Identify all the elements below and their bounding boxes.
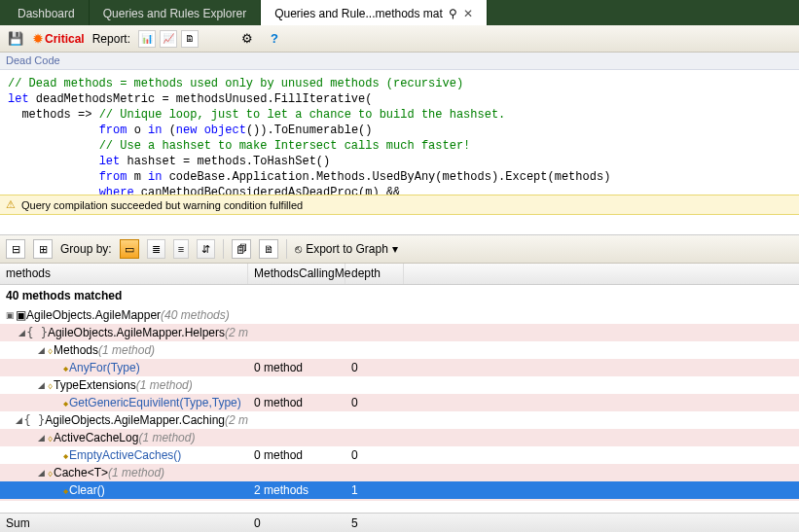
tab-queries-methods[interactable]: Queries and Rule...methods mat ⚲ ✕ (261, 0, 488, 25)
tree-label: Clear() (69, 483, 105, 497)
pin-icon[interactable]: ⚲ (449, 7, 457, 20)
ns-icon: ▣ (16, 308, 26, 322)
sum-depth: 5 (345, 516, 404, 530)
expander-icon[interactable]: ◢ (35, 433, 47, 443)
expand-all-button[interactable]: ⊞ (33, 239, 53, 259)
tree-row[interactable]: ⬥ AnyFor(Type)0 method0 (0, 359, 799, 376)
tree-note: (1 method) (136, 378, 193, 392)
group-mode-1[interactable]: ▭ (120, 239, 139, 259)
section-header: Dead Code (0, 53, 799, 70)
cell-calling: 0 method (248, 448, 345, 462)
code-editor[interactable]: // Dead methods = methods used only by u… (0, 70, 799, 195)
tree-note: (1 method) (108, 466, 164, 479)
report-doc-icon[interactable]: 🗎 (181, 30, 199, 48)
tab-dashboard[interactable]: Dashboard (4, 0, 90, 25)
critical-button[interactable]: ✹ Critical (33, 32, 85, 46)
prop-icon: ⬨ (47, 431, 54, 444)
doc-button[interactable]: 🗎 (259, 239, 278, 259)
tree-row[interactable]: ◢{ } AgileObjects.AgileMapper.Caching (2… (0, 411, 799, 429)
meth-icon: ⬥ (62, 483, 69, 497)
tree-label: Methods (54, 343, 98, 357)
tree-row[interactable]: ⬥ Clear()2 methods1 (0, 481, 799, 499)
chevron-down-icon: ▾ (392, 242, 398, 256)
tree-label: GetGenericEquivilent(Type,Type) (69, 396, 241, 409)
prop-icon: ⬨ (47, 466, 54, 479)
export-label: Export to Graph (306, 242, 388, 256)
results-tree[interactable]: ▣▣ AgileObjects.AgileMapper (40 methods)… (0, 306, 799, 501)
footer-sum: Sum 0 5 (0, 513, 799, 532)
results-toolbar: ⊟ ⊞ Group by: ▭ ≣ ≡ ⇵ 🗐 🗎 ⎋ Export to Gr… (0, 234, 799, 264)
close-icon[interactable]: ✕ (463, 7, 473, 20)
graph-icon: ⎋ (295, 242, 302, 256)
cell-calling: 0 method (248, 361, 345, 374)
tree-label: Cache<T> (54, 466, 108, 479)
warning-bar: ⚠ Query compilation succeeded but warnin… (0, 195, 799, 215)
report-bars-icon[interactable]: 📈 (160, 30, 177, 48)
expander-icon[interactable]: ◢ (35, 380, 47, 390)
separator (223, 239, 224, 259)
separator (286, 239, 287, 259)
tree-label: ActiveCacheLog (54, 431, 138, 444)
tree-label: AgileObjects.AgileMapper (26, 308, 161, 322)
meth-icon: ⬥ (62, 448, 69, 462)
tab-bar: Dashboard Queries and Rules Explorer Que… (0, 0, 799, 25)
tree-note: (2 m (225, 326, 248, 339)
tree-row[interactable]: ◢{ } AgileObjects.AgileMapper.Configurat… (0, 499, 799, 501)
tree-row[interactable]: ▣▣ AgileObjects.AgileMapper (40 methods) (0, 306, 799, 324)
group-mode-4[interactable]: ⇵ (197, 239, 215, 259)
columns-header: methods MethodsCallingMe depth (0, 264, 799, 285)
brace-icon: { } (26, 326, 48, 339)
save-button[interactable]: 💾 (6, 29, 25, 49)
tree-label: AnyFor(Type) (69, 361, 140, 374)
col-methods[interactable]: methods (0, 264, 248, 284)
col-depth[interactable]: depth (345, 264, 404, 284)
tree-label: AgileObjects.AgileMapper.Caching (45, 413, 225, 427)
expander-icon[interactable]: ◢ (35, 345, 47, 355)
tree-note: (1 method) (138, 431, 195, 444)
critical-label: Critical (45, 32, 85, 46)
cell-calling: 2 methods (248, 483, 345, 497)
tree-row[interactable]: ⬥ EmptyActiveCaches()0 method0 (0, 446, 799, 464)
tree-note: (1 method) (98, 343, 155, 357)
help-button[interactable]: ? (265, 29, 284, 49)
tree-label: AgileObjects.AgileMapper.Helpers (48, 326, 225, 339)
cell-depth: 0 (345, 361, 404, 374)
group-mode-2[interactable]: ≣ (147, 239, 165, 259)
settings-button[interactable]: ⚙ (237, 29, 257, 49)
tree-row[interactable]: ◢{ } AgileObjects.AgileMapper.Helpers (2… (0, 324, 799, 341)
brace-icon: { } (24, 413, 46, 427)
cell-depth: 1 (345, 483, 404, 497)
tree-note: (2 m (225, 413, 248, 427)
tree-row[interactable]: ◢⬨ ActiveCacheLog (1 method) (0, 429, 799, 446)
sum-label: Sum (0, 516, 248, 530)
expander-icon[interactable]: ▣ (4, 310, 16, 320)
toolbar: 💾 ✹ Critical Report: 📊 📈 🗎 ⚙ ? (0, 25, 799, 53)
expander-icon[interactable]: ◢ (17, 328, 26, 337)
export-graph-button[interactable]: ⎋ Export to Graph ▾ (295, 242, 398, 256)
gear-icon: ✹ (33, 32, 43, 46)
tab-explorer[interactable]: Queries and Rules Explorer (90, 0, 261, 25)
tree-row[interactable]: ⬥ GetGenericEquivilent(Type,Type)0 metho… (0, 394, 799, 411)
tab-label: Queries and Rules Explorer (103, 7, 246, 20)
tree-row[interactable]: ◢⬨ Cache<T> (1 method) (0, 464, 799, 481)
sum-calling: 0 (248, 516, 345, 530)
group-mode-3[interactable]: ≡ (173, 239, 189, 259)
tree-row[interactable]: ◢⬨ TypeExtensions (1 method) (0, 376, 799, 394)
copy-button[interactable]: 🗐 (232, 239, 251, 259)
tree-note: (40 methods) (161, 308, 230, 322)
collapse-all-button[interactable]: ⊟ (6, 239, 25, 259)
cell-depth: 0 (345, 448, 404, 462)
group-by-label: Group by: (60, 242, 112, 256)
expander-icon[interactable]: ◢ (15, 415, 23, 425)
col-calling[interactable]: MethodsCallingMe (248, 264, 345, 284)
tree-label: TypeExtensions (54, 378, 136, 392)
prop-icon: ⬨ (47, 343, 54, 357)
report-label: Report: (92, 32, 130, 46)
tree-label: EmptyActiveCaches() (69, 448, 181, 462)
tab-label: Dashboard (18, 7, 75, 20)
warning-text: Query compilation succeeded but warning … (21, 199, 303, 211)
tree-row[interactable]: ◢⬨ Methods (1 method) (0, 341, 799, 359)
warning-icon: ⚠ (6, 198, 16, 211)
report-chart-icon[interactable]: 📊 (138, 30, 156, 48)
expander-icon[interactable]: ◢ (35, 468, 47, 478)
